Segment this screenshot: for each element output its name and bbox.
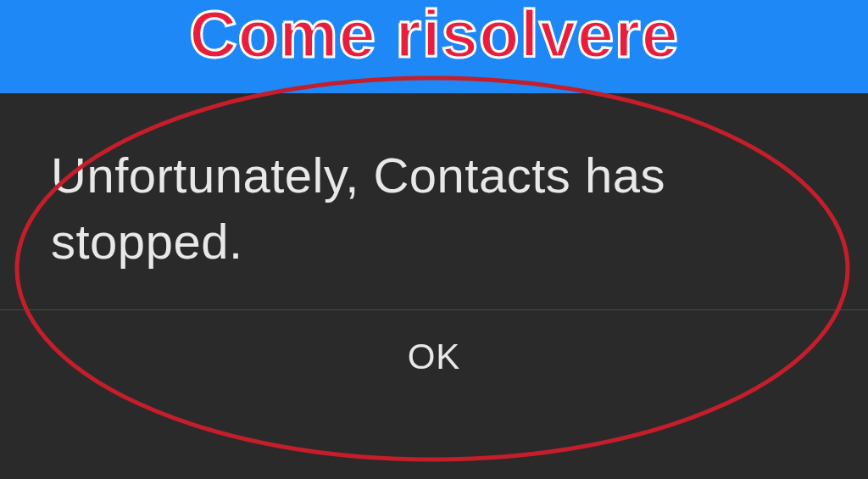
ok-button[interactable]: OK — [374, 320, 495, 394]
page-title: Come risolvere — [189, 0, 679, 73]
dialog-message: Unfortunately, Contacts has stopped. — [0, 93, 868, 309]
dialog-button-row: OK — [0, 310, 868, 404]
header-banner: Come risolvere — [0, 0, 868, 93]
error-dialog: Unfortunately, Contacts has stopped. OK — [0, 93, 868, 479]
